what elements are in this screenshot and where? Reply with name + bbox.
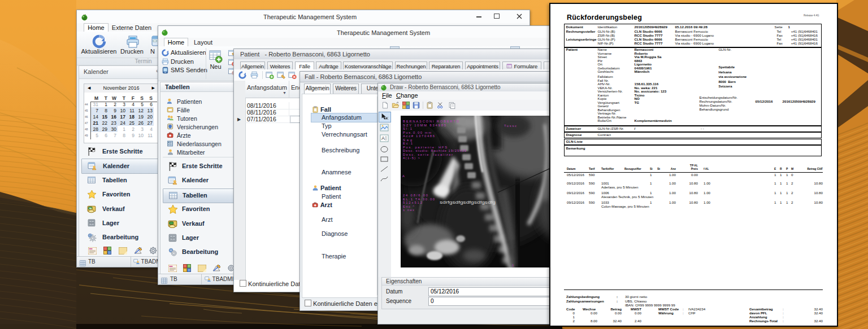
svg-text:EL:1 TA 30.00: EL:1 TA 30.00	[403, 198, 435, 201]
svg-text:1 nex: 1 nex	[403, 208, 414, 212]
svg-text:Desc. studio: Rachide 19/25h35: Desc. studio: Rachide 19/25h35	[403, 149, 466, 152]
svg-text:Ec:1: Ec:1	[403, 142, 413, 145]
svg-text:A: A	[402, 174, 405, 178]
svg-text:Sag: Sag	[403, 138, 412, 142]
svg-text:SZY 10MM 834985: SZY 10MM 834985	[403, 124, 446, 127]
svg-text:Enc ^: Enc ^	[403, 205, 414, 208]
svg-text:4(1-5) >: 4(1-5) >	[403, 156, 420, 160]
svg-text:Pos.0.00 mm: Pos.0.00 mm	[403, 131, 431, 134]
svg-text:Acc# 1370486: Acc# 1370486	[403, 134, 435, 138]
svg-text:TB: TB	[89, 207, 92, 209]
svg-text:sdrfgsdfgsdfgsdfgsdfg: sdrfgsdfgsdfgsdfgsdfg	[440, 200, 496, 205]
svg-text:BERNASCONI ROBERTO: BERNASCONI ROBERTO	[403, 120, 459, 123]
svg-text:A: A	[381, 135, 385, 141]
svg-text:1: 1	[512, 264, 514, 267]
svg-text:Desc. serie: localizer: Desc. serie: localizer	[403, 153, 453, 156]
svg-text:Pos. paziente: HFS: Pos. paziente: HFS	[403, 146, 447, 149]
